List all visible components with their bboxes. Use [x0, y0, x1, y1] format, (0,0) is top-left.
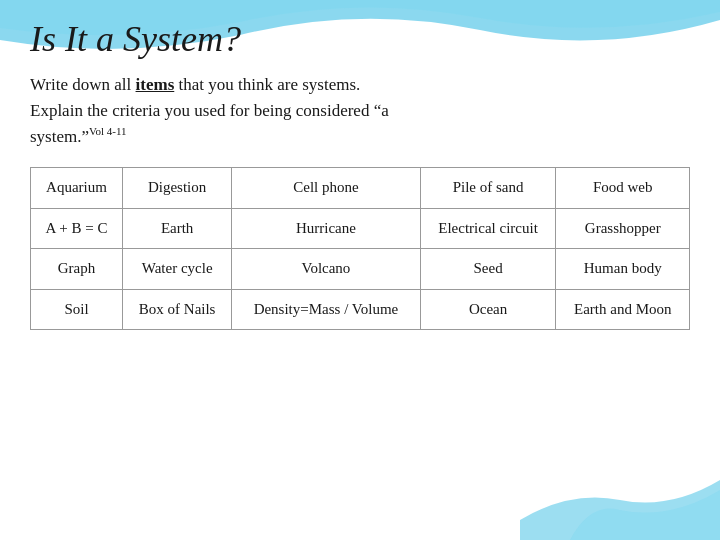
table-cell: Electrical circuit	[420, 208, 556, 249]
table-cell: Seed	[420, 249, 556, 290]
description-footnote: Vol 4-11	[89, 125, 127, 137]
table-cell: Water cycle	[123, 249, 232, 290]
table-cell: Hurricane	[232, 208, 420, 249]
table-cell: A + B = C	[31, 208, 123, 249]
table-cell: Aquarium	[31, 168, 123, 209]
table-cell: Ocean	[420, 289, 556, 330]
description-before: Write down all	[30, 75, 136, 94]
table-cell: Grasshopper	[556, 208, 690, 249]
table-cell: Density=Mass / Volume	[232, 289, 420, 330]
wave-bottom-decoration	[520, 480, 720, 540]
table-cell: Food web	[556, 168, 690, 209]
table-cell: Earth and Moon	[556, 289, 690, 330]
table-cell: Volcano	[232, 249, 420, 290]
table-cell: Pile of sand	[420, 168, 556, 209]
table-cell: Earth	[123, 208, 232, 249]
systems-table: AquariumDigestionCell phonePile of sandF…	[30, 167, 690, 330]
description-text: Write down all items that you think are …	[30, 72, 690, 149]
table-cell: Human body	[556, 249, 690, 290]
page-title: Is It a System?	[30, 18, 690, 60]
description-bold: items	[136, 75, 175, 94]
main-content: Is It a System? Write down all items tha…	[0, 0, 720, 350]
table-cell: Soil	[31, 289, 123, 330]
table-cell: Digestion	[123, 168, 232, 209]
table-cell: Box of Nails	[123, 289, 232, 330]
table-cell: Cell phone	[232, 168, 420, 209]
table-cell: Graph	[31, 249, 123, 290]
